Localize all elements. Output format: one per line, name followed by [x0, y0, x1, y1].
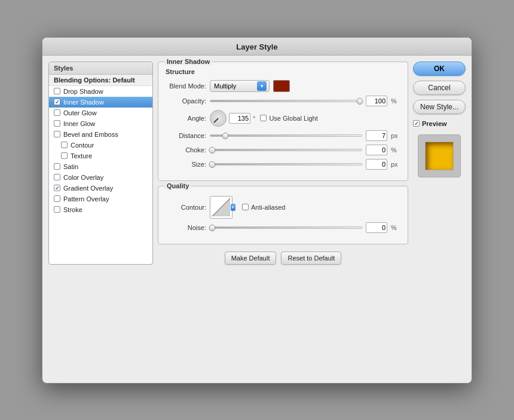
outer-glow-label: Outer Glow	[63, 109, 97, 117]
angle-input[interactable]	[229, 113, 250, 124]
satin-checkbox[interactable]	[54, 163, 60, 170]
blending-options-label: Blending Options: Default	[54, 76, 135, 84]
drop-shadow-checkbox[interactable]	[54, 88, 60, 94]
size-row: Size: px	[166, 159, 400, 170]
stroke-label: Stroke	[63, 206, 82, 213]
blend-mode-row: Blend Mode: Multiply	[166, 80, 400, 92]
sidebar-item-satin[interactable]: Satin	[49, 161, 152, 172]
sidebar-item-color-overlay[interactable]: Color Overlay	[49, 172, 152, 183]
angle-unit: °	[253, 115, 255, 122]
quality-section-title: Quality	[164, 182, 191, 189]
contour-svg	[212, 198, 230, 216]
distance-row: Distance: px	[166, 130, 400, 141]
make-default-button[interactable]: Make Default	[225, 252, 277, 265]
gradient-overlay-label: Gradient Overlay	[63, 185, 113, 192]
styles-header: Styles	[49, 62, 152, 75]
distance-slider[interactable]	[210, 134, 362, 137]
sidebar-item-contour[interactable]: Contour	[49, 140, 152, 151]
opacity-label: Opacity:	[166, 97, 206, 105]
sidebar-item-inner-glow[interactable]: Inner Glow	[49, 118, 152, 129]
action-panel: OK Cancel New Style... Preview	[413, 62, 466, 265]
distance-unit: px	[391, 132, 400, 139]
inner-shadow-checkbox[interactable]	[54, 99, 60, 105]
contour-row: Contour: ▾ Anti-aliased	[166, 196, 400, 219]
noise-thumb[interactable]	[209, 225, 215, 231]
opacity-row: Opacity: %	[166, 96, 400, 106]
choke-input[interactable]	[366, 145, 387, 155]
choke-slider[interactable]	[210, 149, 362, 151]
cancel-button[interactable]: Cancel	[413, 81, 466, 95]
noise-row: Noise: %	[166, 222, 400, 233]
anti-aliased-label: Anti-aliased	[251, 204, 285, 211]
color-overlay-label: Color Overlay	[63, 174, 103, 181]
angle-label: Angle:	[166, 115, 206, 122]
sidebar-item-pattern-overlay[interactable]: Pattern Overlay	[49, 194, 152, 204]
drop-shadow-label: Drop Shadow	[63, 88, 103, 95]
opacity-unit: %	[391, 97, 400, 105]
inner-shadow-section: Inner Shadow Structure Blend Mode: Multi…	[158, 62, 408, 181]
choke-label: Choke:	[166, 146, 206, 154]
pattern-overlay-label: Pattern Overlay	[63, 195, 109, 203]
size-unit: px	[391, 161, 400, 168]
blend-mode-arrow-icon	[257, 81, 267, 91]
bevel-emboss-checkbox[interactable]	[54, 131, 60, 137]
use-global-light-area: Use Global Light	[260, 115, 317, 122]
size-input[interactable]	[366, 159, 387, 170]
opacity-slider[interactable]	[210, 100, 362, 102]
sidebar-item-outer-glow[interactable]: Outer Glow	[49, 108, 152, 118]
layer-style-dialog: Layer Style Styles Blending Options: Def…	[42, 37, 472, 384]
anti-aliased-checkbox[interactable]	[242, 204, 249, 210]
anti-aliased-area: Anti-aliased	[242, 204, 285, 211]
satin-label: Satin	[63, 163, 78, 170]
new-style-button[interactable]: New Style...	[413, 100, 466, 114]
sidebar-item-drop-shadow[interactable]: Drop Shadow	[49, 86, 152, 97]
color-overlay-checkbox[interactable]	[54, 174, 60, 180]
outer-glow-checkbox[interactable]	[54, 109, 60, 116]
shadow-color-swatch[interactable]	[273, 80, 290, 92]
texture-checkbox[interactable]	[61, 152, 68, 159]
blend-mode-dropdown[interactable]: Multiply	[210, 80, 270, 92]
contour-checkbox[interactable]	[61, 142, 68, 148]
reset-to-default-button[interactable]: Reset to Default	[281, 252, 341, 265]
gradient-overlay-checkbox[interactable]	[54, 185, 60, 191]
sidebar-item-texture[interactable]: Texture	[49, 151, 152, 161]
preview-label: Preview	[422, 120, 447, 127]
size-label: Size:	[166, 161, 206, 168]
distance-thumb[interactable]	[222, 133, 229, 139]
noise-input[interactable]	[366, 222, 387, 233]
choke-row: Choke: %	[166, 145, 400, 155]
contour-label-el: Contour:	[166, 204, 206, 211]
size-slider[interactable]	[210, 163, 362, 165]
sidebar-item-bevel-emboss[interactable]: Bevel and Emboss	[49, 129, 152, 140]
bottom-buttons: Make Default Reset to Default	[158, 252, 408, 265]
distance-input[interactable]	[366, 130, 387, 141]
texture-label: Texture	[71, 152, 92, 160]
sidebar-item-gradient-overlay[interactable]: Gradient Overlay	[49, 183, 152, 194]
opacity-input[interactable]	[366, 96, 387, 106]
preview-checkbox[interactable]	[413, 120, 420, 127]
contour-preview[interactable]: ▾	[210, 196, 232, 219]
noise-label: Noise:	[166, 224, 206, 231]
stroke-checkbox[interactable]	[54, 206, 60, 213]
contour-label: Contour	[71, 142, 94, 149]
noise-slider[interactable]	[210, 226, 362, 229]
quality-section: Quality Contour: ▾ Anti-aliased	[158, 186, 408, 244]
ok-button[interactable]: OK	[413, 62, 466, 76]
choke-thumb[interactable]	[209, 147, 215, 154]
contour-dropdown-arrow-icon: ▾	[231, 204, 235, 211]
sidebar-item-stroke[interactable]: Stroke	[49, 204, 152, 215]
inner-shadow-section-title: Inner Shadow	[164, 58, 212, 65]
opacity-thumb[interactable]	[357, 98, 363, 105]
dial-line-icon	[213, 118, 218, 122]
size-thumb[interactable]	[209, 161, 215, 168]
blend-mode-value: Multiply	[214, 82, 236, 90]
use-global-light-checkbox[interactable]	[260, 115, 267, 121]
sidebar-item-blending-options[interactable]: Blending Options: Default	[49, 75, 152, 86]
blend-mode-label: Blend Mode:	[166, 82, 206, 90]
pattern-overlay-checkbox[interactable]	[54, 195, 60, 202]
use-global-light-label: Use Global Light	[269, 115, 317, 122]
angle-dial[interactable]	[210, 110, 227, 127]
preview-toggle-area: Preview	[413, 120, 466, 127]
sidebar-item-inner-shadow[interactable]: Inner Shadow	[49, 97, 152, 108]
inner-glow-checkbox[interactable]	[54, 120, 60, 127]
